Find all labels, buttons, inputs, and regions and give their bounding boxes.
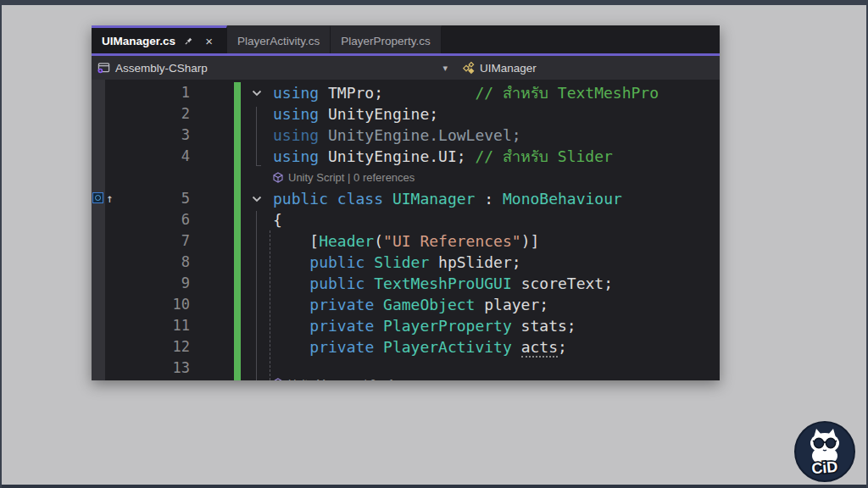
tab-playerproperty[interactable]: PlayerProperty.cs [331,25,442,53]
codelens-text[interactable]: Unity Script | 0 references [273,167,720,188]
code-line: 8 public Slider hpSlider; [92,252,720,273]
code-text: using UnityEngine.UI; // สำหรับ Slider [273,146,720,167]
gutter-cell[interactable] [92,146,105,167]
codelens-label[interactable]: Unity Script | 0 references [288,167,415,188]
code-token: private [309,338,374,356]
code-token: public [309,253,364,271]
fold-margin [241,336,273,358]
code-line: ↑5public class UIManager : MonoBehaviour [92,188,720,209]
gutter-cell[interactable] [92,167,105,188]
project-name: Assembly-CSharp [115,62,208,75]
code-line: 9 public TextMeshProUGUI scoreText; [92,273,720,294]
pin-icon[interactable] [181,34,196,48]
gutter-cell[interactable] [92,82,105,103]
up-arrow-icon[interactable]: ↑ [106,188,113,209]
gutter-spacer [193,103,234,125]
code-token [512,338,521,356]
code-token: UIManager [392,190,476,208]
code-text: using TMPro; // สำหรับ TextMeshPro [273,82,720,103]
code-token: { [273,211,282,229]
code-token: PlayerProperty [383,317,512,335]
code-token: public class [273,190,383,208]
code-token: UnityEngine.UI; [319,147,475,165]
gutter-cell[interactable] [92,209,105,230]
fold-chevron-icon[interactable] [241,82,273,103]
symbol-dropdown[interactable]: UIManager [454,62,537,75]
fold-margin [241,125,273,146]
project-dropdown[interactable]: Assembly-CSharp ▾ [92,56,454,80]
code-editor[interactable]: 1using TMPro; // สำหรับ TextMeshPro2usin… [92,80,720,380]
codelens-row: Unity Message | 0 references [92,373,720,380]
line-number: 7 [105,230,193,252]
navigation-bar: Assembly-CSharp ▾ UIManager [92,56,720,80]
code-line: 7 [Header("UI References")] [92,230,720,252]
code-text: public Slider hpSlider; [273,252,720,273]
codelens-row: Unity Script | 0 references [92,167,720,188]
change-bar [234,230,241,252]
change-bar [234,336,241,358]
line-number: 11 [105,315,193,336]
implementation-glyph-icon[interactable] [92,192,103,203]
code-token [374,338,383,356]
code-token: scoreText; [512,274,613,292]
line-number: 4 [105,146,193,167]
code-token: ; [558,338,567,356]
code-token: MonoBehaviour [503,190,622,208]
gutter-cell[interactable] [92,252,105,273]
change-bar [234,209,241,230]
symbol-name: UIManager [480,62,537,75]
code-token: : [475,190,503,208]
frame-edge-left [0,0,2,488]
frame-edge-bottom [0,485,868,488]
code-token: // สำหรับ Slider [475,147,612,165]
code-line: 1using TMPro; // สำหรับ TextMeshPro [92,82,720,103]
fold-margin [241,230,273,252]
code-text: private PlayerActivity acts; [273,336,720,358]
document-tab-bar: UIManager.cs × PlayerActivity.cs PlayerP… [92,25,720,53]
code-token [364,274,374,292]
gutter-cell[interactable] [92,273,105,294]
line-number: 8 [105,252,193,273]
code-token: using [273,84,319,102]
code-token [273,317,309,335]
gutter-cell[interactable] [92,294,105,315]
dropdown-chevron-icon[interactable]: ▾ [442,63,454,74]
gutter-spacer [193,336,234,358]
code-token: UnityEngine; [319,105,438,123]
code-line: 6{ [92,209,720,230]
fold-margin [241,273,273,294]
gutter-cell[interactable]: ↑ [92,188,105,209]
fold-chevron-icon[interactable] [241,188,273,209]
codelens-text[interactable]: Unity Message | 0 references [273,373,720,380]
gutter-cell[interactable] [92,315,105,336]
gutter-cell[interactable] [92,230,105,252]
gutter-cell[interactable] [92,103,105,125]
close-icon[interactable]: × [202,34,216,48]
change-bar [234,315,241,336]
code-text: { [273,209,720,230]
code-rows: 1using TMPro; // สำหรับ TextMeshPro2usin… [92,82,720,380]
gutter-spacer [193,125,234,146]
gutter-cell[interactable] [92,373,105,380]
line-number: 1 [105,82,193,103]
code-line: 2using UnityEngine; [92,103,720,125]
line-number: 9 [105,273,193,294]
gutter-spacer [193,146,234,167]
class-icon [463,62,476,75]
code-token: "UI References" [383,232,521,250]
code-token: hpSlider; [429,253,520,271]
tab-uimanager[interactable]: UIManager.cs × [92,25,227,53]
code-text: public TextMeshProUGUI scoreText; [273,273,720,294]
tab-label: PlayerActivity.cs [237,35,320,47]
fold-margin [241,252,273,273]
code-token [273,253,309,271]
line-number: 2 [105,103,193,125]
code-line: 3using UnityEngine.LowLevel; [92,125,720,146]
codelens-label[interactable]: Unity Message | 0 references [288,373,431,380]
tab-label: PlayerProperty.cs [341,35,431,47]
gutter-cell[interactable] [92,125,105,146]
tab-playeractivity[interactable]: PlayerActivity.cs [227,25,331,53]
fold-margin [241,103,273,125]
gutter-cell[interactable] [92,336,105,358]
code-token: private [309,317,374,335]
